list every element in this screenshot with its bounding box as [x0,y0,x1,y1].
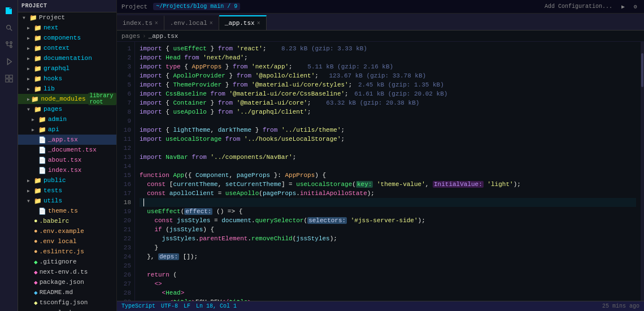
sidebar-item-gitignore[interactable]: ◆ .gitignore [18,257,116,267]
sidebar-item-theme-ts[interactable]: 📄 theme.ts [18,206,116,216]
sidebar-item-yarn-lock[interactable]: ◆ yarn.lock [18,308,116,311]
tab-close-icon[interactable]: × [155,20,158,27]
sidebar-item-about-tsx[interactable]: 📄 about.tsx [18,155,116,165]
sidebar-item-tsconfig[interactable]: ◆ tsconfig.json [18,297,116,308]
scrollbar-thumb[interactable] [641,53,643,87]
tab-index-ts[interactable]: index.ts × [117,15,164,30]
sidebar-item-env-local[interactable]: ● .env local [18,236,116,247]
line-num: 17 [117,189,134,198]
tab-app-tsx[interactable]: _app.tsx × [219,15,267,30]
sidebar-item-babelrc[interactable]: ● .babelrc [18,216,116,226]
tree-label: next [43,24,58,31]
sidebar-item-api[interactable]: ▶ 📁 api [18,124,116,135]
sidebar-item-project[interactable]: ▼ 📁 Project [18,12,116,23]
code-line: import NavBar from '../components/NavBar… [140,153,636,162]
svg-marker-8 [7,59,11,65]
sidebar-item-document-tsx[interactable]: 📄 _document.tsx [18,145,116,155]
file-icon: ● [34,218,38,224]
sidebar-item-package-json[interactable]: ◆ package.json [18,277,116,287]
code-line: const jssStyles = document.querySelector… [140,216,636,225]
tree-arrow: ▶ [27,76,34,81]
code-editor[interactable]: import { useEffect } from 'react'; 8.23 … [135,42,641,301]
line-num: 1 [117,44,134,53]
tree-label: admin [48,116,67,123]
settings-icon[interactable]: ⚙ [632,3,639,11]
file-icon: 📄 [38,208,46,215]
folder-icon: 📁 [34,197,42,205]
svg-rect-12 [9,79,12,82]
sidebar-item-env-example[interactable]: ● .env.example [18,226,116,236]
sidebar-item-pages[interactable]: ▼ 📁 pages [18,104,116,114]
sidebar-item-utils[interactable]: ▼ 📁 utils [18,196,116,206]
tab-close-icon[interactable]: × [210,20,213,27]
folder-icon: 📁 [34,75,42,83]
run-button[interactable]: ▶ [619,3,627,11]
folder-icon: 📁 [34,177,42,184]
folder-icon: 📁 [34,187,42,195]
status-position: Ln 18, Col 1 [196,303,237,309]
tree-label: graphql [43,65,69,72]
tree-label: hooks [43,75,62,82]
file-icon: ◆ [34,299,38,306]
code-line: return ( [140,270,636,279]
sidebar-item-public[interactable]: ▶ 📁 public [18,175,116,185]
status-time: 25 mins ago [602,303,639,309]
tab-env-local[interactable]: .env.local × [164,15,219,30]
sidebar-item-app-tsx[interactable]: 📄 _app.tsx [18,135,116,145]
tree-arrow: ▶ [27,178,34,183]
status-encoding: UTF-8 [161,303,178,309]
sidebar-item-admin[interactable]: ▶ 📁 admin [18,114,116,124]
status-eol: LF [184,303,190,309]
tree-label: .eslintrc.js [40,248,84,255]
debug-icon[interactable] [2,55,16,68]
search-icon[interactable] [2,21,16,34]
file-icon: 📄 [38,157,46,164]
ide-layout: PROJECT ▼ 📁 Project ▶ 📁 next ▶ 📁 compone… [0,0,644,311]
sidebar-item-context[interactable]: ▶ 📁 context [18,43,116,53]
file-icon: 📄 [38,167,46,174]
sidebar-item-next[interactable]: ▶ 📁 next [18,23,116,33]
git-icon[interactable] [2,38,16,51]
sidebar-item-components[interactable]: ▶ 📁 components [18,33,116,43]
line-num: 7 [117,98,134,107]
sidebar-item-documentation[interactable]: ▶ 📁 documentation [18,53,116,63]
file-icon: ◆ [34,289,38,296]
extensions-icon[interactable] [2,72,16,85]
tab-label: .env.local [170,20,207,27]
tab-close-icon[interactable]: × [257,20,260,27]
code-line: }, deps: []); [140,252,636,261]
code-line: import CssBaseline from '@material-ui/co… [140,89,636,98]
sidebar-item-graphql[interactable]: ▶ 📁 graphql [18,63,116,74]
line-num: 5 [117,80,134,89]
line-num: 6 [117,89,134,98]
sidebar-item-hooks[interactable]: ▶ 📁 hooks [18,74,116,84]
sidebar-item-node-modules[interactable]: ▶ 📁 node_modules library root [18,94,116,104]
line-num: 15 [117,171,134,180]
breadcrumb-pages: pages [121,33,140,40]
tree-label: .babelrc [40,218,69,224]
vertical-scrollbar[interactable] [641,42,644,301]
tree-label: theme.ts [48,208,78,214]
sidebar-title: PROJECT [21,3,47,9]
branch-indicator: ~/Projects/blog main / 9 [153,3,240,10]
sidebar-item-index-tsx[interactable]: 📄 index.tsx [18,165,116,175]
folder-icon: 📁 [34,85,42,93]
tree-arrow: ▼ [23,15,29,20]
tree-label: .gitignore [40,258,77,265]
sidebar-item-readme[interactable]: ◆ README.md [18,287,116,297]
line-num: 25 [117,261,134,270]
folder-icon: 📁 [29,14,37,21]
files-icon[interactable] [2,4,16,18]
code-line [140,261,636,270]
tree-arrow: ▶ [27,36,34,41]
sidebar-item-eslintrc[interactable]: ● .eslintrc.js [18,247,116,257]
tree-label: .env.example [40,228,84,235]
code-line: if (jssStyles) { [140,225,636,234]
line-num: 20 [117,216,134,225]
file-icon: ◆ [34,258,38,266]
sidebar-item-tests[interactable]: ▶ 📁 tests [18,185,116,196]
sidebar-item-next-env[interactable]: ◆ next-env.d.ts [18,267,116,277]
code-line: import Head from 'next/head'; [140,53,636,62]
project-label: Project [121,3,147,10]
add-configuration-button[interactable]: Add Configuration... [542,3,615,10]
